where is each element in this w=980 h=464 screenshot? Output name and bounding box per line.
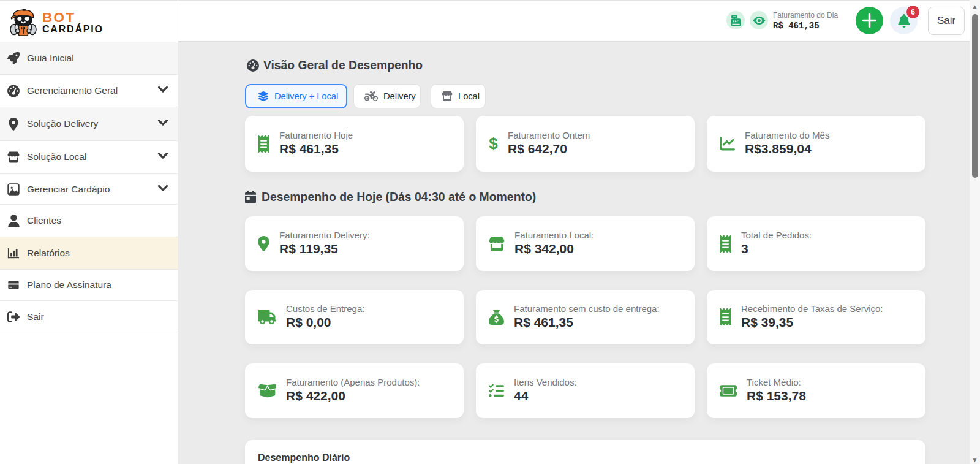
svg-text:$: $ bbox=[489, 135, 498, 153]
